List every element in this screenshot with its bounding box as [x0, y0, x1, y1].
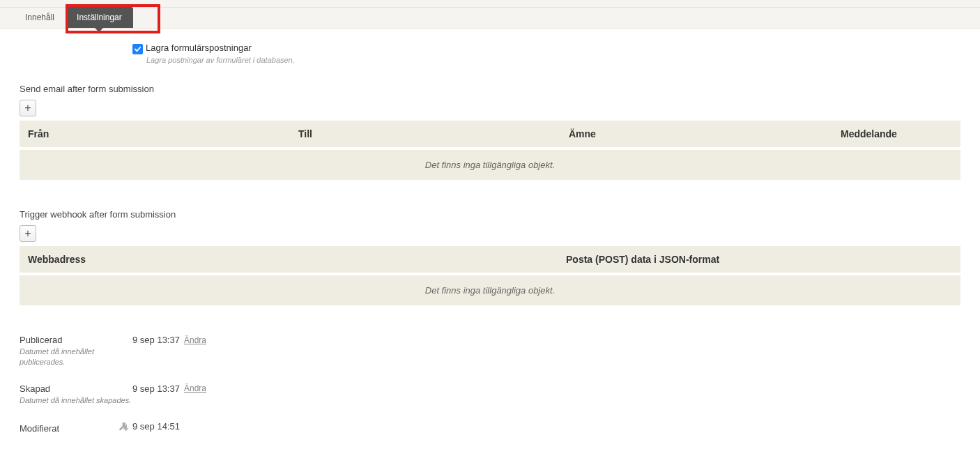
tab-settings[interactable]: Inställningar	[66, 7, 133, 28]
created-label: Skapad	[20, 383, 132, 394]
published-label: Publicerad	[20, 335, 132, 345]
created-value: 9 sep 13:37	[132, 383, 180, 394]
email-grid-header: Från Till Ämne Meddelande	[20, 121, 960, 147]
col-message: Meddelande	[841, 128, 952, 139]
plus-icon: +	[24, 102, 31, 114]
published-desc: Datumet då innehållet publicerades.	[20, 347, 132, 368]
add-webhook-button[interactable]: +	[20, 225, 36, 242]
published-change-link[interactable]: Ändra	[184, 335, 206, 345]
modified-value: 9 sep 14:51	[132, 421, 180, 432]
tab-bar: Innehåll Inställningar	[0, 8, 980, 29]
wrench-icon	[118, 422, 128, 432]
webhook-section-title: Trigger webhook after form submission	[20, 209, 960, 220]
store-submissions-label: Lagra formulärspostningar	[146, 43, 252, 53]
col-subject: Ämne	[569, 128, 841, 139]
email-section-title: Send email after form submission	[20, 84, 960, 94]
check-icon	[134, 45, 141, 53]
store-submissions-helper: Lagra postningar av formuläret i databas…	[146, 56, 960, 64]
created-change-link[interactable]: Ändra	[184, 383, 206, 393]
tab-content[interactable]: Innehåll	[14, 7, 66, 28]
plus-icon: +	[24, 227, 31, 240]
email-grid-empty: Det finns inga tillgängliga objekt.	[20, 150, 960, 180]
col-post: Posta (POST) data i JSON-format	[566, 254, 952, 265]
store-submissions-checkbox[interactable]	[132, 44, 143, 54]
col-from: Från	[28, 128, 298, 139]
created-desc: Datumet då innehållet skapades.	[20, 395, 132, 406]
published-value: 9 sep 13:37	[132, 335, 180, 345]
col-to: Till	[298, 128, 569, 139]
webhook-grid-header: Webbadress Posta (POST) data i JSON-form…	[20, 246, 960, 273]
add-email-button[interactable]: +	[20, 100, 36, 116]
webhook-grid-empty: Det finns inga tillgängliga objekt.	[20, 275, 960, 305]
modified-label: Modifierat	[20, 423, 132, 434]
col-url: Webbadress	[28, 254, 566, 265]
